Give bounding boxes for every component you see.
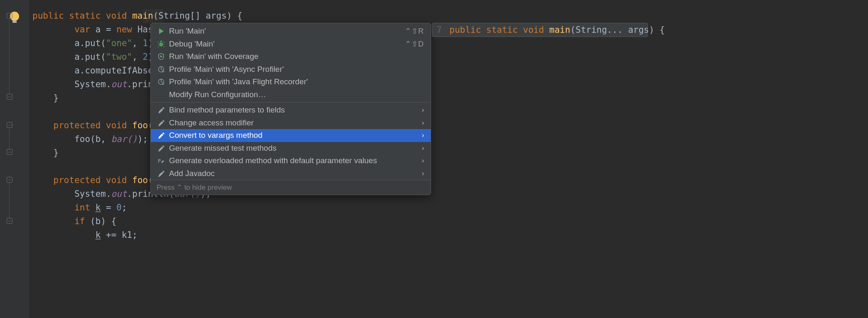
intention-icon bbox=[156, 107, 167, 113]
fold-marker-icon[interactable]: − bbox=[7, 94, 12, 100]
svg-marker-0 bbox=[159, 28, 164, 34]
chevron-right-icon: › bbox=[422, 132, 424, 139]
preview-line-number: 7 bbox=[436, 25, 442, 35]
code-line[interactable]: int k = 0; bbox=[29, 201, 868, 215]
intention-preview-panel: 7 public static void main(String... args… bbox=[432, 23, 648, 37]
chevron-right-icon: › bbox=[422, 119, 424, 127]
fold-marker-icon[interactable]: − bbox=[7, 177, 12, 183]
svg-rect-23 bbox=[158, 176, 160, 177]
keyword: public static void bbox=[32, 11, 132, 21]
debug-icon bbox=[156, 41, 167, 47]
fold-marker-icon[interactable]: − bbox=[7, 13, 12, 19]
chevron-right-icon: › bbox=[422, 144, 424, 152]
svg-rect-21 bbox=[158, 151, 160, 152]
svg-text:P: P bbox=[158, 158, 161, 164]
menu-item-bind-params[interactable]: Bind method parameters to fields › bbox=[151, 104, 431, 117]
menu-label: Change access modifier bbox=[169, 118, 418, 127]
svg-marker-9 bbox=[160, 55, 163, 58]
menu-label: Convert to varargs method bbox=[169, 131, 418, 140]
menu-separator bbox=[151, 102, 431, 103]
svg-rect-18 bbox=[158, 113, 160, 113]
menu-item-run[interactable]: Run 'Main' ⌃⇧R bbox=[151, 25, 431, 38]
menu-label: Bind method parameters to fields bbox=[169, 105, 418, 115]
fold-line bbox=[9, 183, 10, 218]
menu-item-generate-tests[interactable]: Generate missed test methods › bbox=[151, 142, 431, 155]
menu-item-change-access[interactable]: Change access modifier › bbox=[151, 117, 431, 130]
chevron-right-icon: › bbox=[422, 157, 424, 164]
svg-point-1 bbox=[159, 42, 163, 46]
intention-params-icon: P bbox=[156, 157, 167, 164]
fold-marker-icon[interactable]: − bbox=[7, 218, 12, 224]
menu-label: Modify Run Configuration… bbox=[169, 90, 424, 99]
menu-item-run-coverage[interactable]: Run 'Main' with Coverage bbox=[151, 50, 431, 63]
intention-actions-popup: Run 'Main' ⌃⇧R Debug 'Main' ⌃⇧D Run 'Mai… bbox=[150, 23, 431, 195]
profile-icon bbox=[156, 66, 167, 73]
menu-label: Run 'Main' bbox=[169, 27, 405, 36]
intention-bulb-icon[interactable] bbox=[0, 9, 29, 23]
menu-item-convert-varargs[interactable]: Convert to varargs method › bbox=[151, 129, 431, 142]
method-name: main bbox=[549, 25, 571, 35]
keyword: public static void bbox=[444, 25, 549, 35]
menu-shortcut: ⌃⇧D bbox=[405, 39, 424, 49]
menu-label: Add Javadoc bbox=[169, 169, 418, 178]
svg-line-7 bbox=[158, 46, 159, 47]
menu-item-profile-async[interactable]: Profile 'Main' with 'Async Profiler' bbox=[151, 63, 431, 76]
menu-label: Generate overloaded method with default … bbox=[169, 156, 418, 165]
intention-icon bbox=[156, 145, 167, 152]
svg-line-12 bbox=[161, 69, 163, 70]
code-line[interactable]: k += k1; bbox=[29, 228, 868, 242]
menu-item-generate-overload[interactable]: P Generate overloaded method with defaul… bbox=[151, 154, 431, 167]
code-text: (String[] args) { bbox=[153, 11, 243, 21]
fold-line bbox=[9, 128, 10, 149]
profile-icon bbox=[156, 78, 167, 85]
menu-label: Generate missed test methods bbox=[169, 144, 418, 153]
menu-item-profile-jfr[interactable]: Profile 'Main' with 'Java Flight Recorde… bbox=[151, 76, 431, 88]
run-icon bbox=[156, 28, 167, 34]
menu-item-add-javadoc[interactable]: Add Javadoc › bbox=[151, 167, 431, 180]
svg-line-3 bbox=[158, 42, 159, 42]
code-text: (String... args) { bbox=[570, 25, 665, 35]
fold-marker-icon[interactable]: − bbox=[7, 149, 12, 155]
intention-icon bbox=[156, 132, 167, 139]
svg-rect-20 bbox=[158, 138, 160, 139]
intention-icon bbox=[156, 170, 167, 177]
fold-marker-icon[interactable]: − bbox=[7, 122, 12, 128]
editor-gutter: − − − − − − bbox=[0, 0, 29, 318]
svg-rect-2 bbox=[160, 41, 162, 42]
svg-line-4 bbox=[164, 42, 164, 42]
menu-item-modify-run-config[interactable]: Modify Run Configuration… bbox=[151, 88, 431, 101]
menu-label: Profile 'Main' with 'Java Flight Recorde… bbox=[169, 77, 424, 86]
svg-rect-19 bbox=[158, 125, 160, 126]
menu-label: Run 'Main' with Coverage bbox=[169, 52, 424, 61]
fold-line bbox=[9, 19, 10, 94]
chevron-right-icon: › bbox=[422, 106, 424, 114]
menu-item-debug[interactable]: Debug 'Main' ⌃⇧D bbox=[151, 38, 431, 51]
method-name: main bbox=[132, 11, 153, 21]
chevron-right-icon: › bbox=[422, 170, 424, 177]
menu-label: Profile 'Main' with 'Async Profiler' bbox=[169, 65, 424, 74]
popup-footer-hint: Press ⌃ to hide preview bbox=[151, 180, 431, 195]
coverage-icon bbox=[156, 53, 167, 60]
menu-shortcut: ⌃⇧R bbox=[405, 27, 424, 36]
code-line[interactable]: public static void main(String[] args) { bbox=[29, 9, 868, 23]
svg-line-16 bbox=[161, 82, 163, 83]
svg-line-8 bbox=[164, 46, 164, 47]
intention-icon bbox=[156, 120, 167, 126]
menu-label: Debug 'Main' bbox=[169, 39, 405, 49]
code-line[interactable]: if (b) { bbox=[29, 215, 868, 228]
